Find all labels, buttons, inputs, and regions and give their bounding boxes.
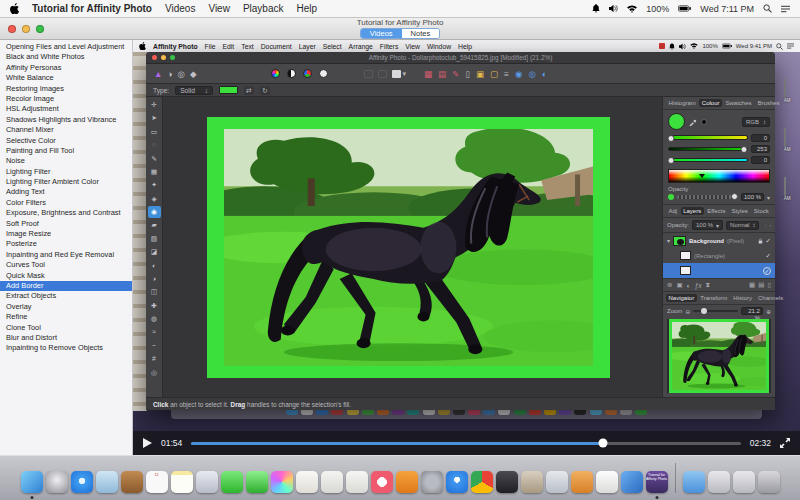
sidebar-chapter-item[interactable]: Extract Objects xyxy=(0,291,132,301)
dock-app-store[interactable] xyxy=(446,471,468,493)
marquee-tool: ▭ xyxy=(148,126,161,138)
dock-keychain[interactable] xyxy=(546,471,568,493)
seek-scrubber[interactable] xyxy=(599,439,608,448)
dock-numbers[interactable] xyxy=(321,471,343,493)
live-filter-icon: ⧗ xyxy=(705,281,710,289)
dock-calendar[interactable]: 12 xyxy=(146,471,168,493)
recorded-menu-items: FileEditTextDocumentLayerSelectArrangeFi… xyxy=(205,43,473,50)
host-menu-items: VideosViewPlaybackHelp xyxy=(165,3,317,14)
dock-notes[interactable] xyxy=(171,471,193,493)
dock-facetime[interactable] xyxy=(246,471,268,493)
recorded-menu-item: Layer xyxy=(299,43,316,50)
lock-icon xyxy=(758,238,763,244)
sidebar-chapter-item[interactable]: Curves Tool xyxy=(0,260,132,270)
sidebar-chapter-item[interactable]: Noise xyxy=(0,156,132,166)
sidebar-chapter-item[interactable]: Affinity Personas xyxy=(0,63,132,73)
dock-system-preferences[interactable] xyxy=(421,471,443,493)
sidebar-chapter-item[interactable]: Image Resize xyxy=(0,229,132,239)
host-menu-item[interactable]: Playback xyxy=(243,3,284,14)
host-app-menu[interactable]: Tutorial for Affinity Photo xyxy=(32,3,152,14)
sidebar-chapter-item[interactable]: Soft Proof xyxy=(0,219,132,229)
dock-photo-booth[interactable] xyxy=(521,471,543,493)
dock-photos[interactable] xyxy=(271,471,293,493)
sidebar-chapter-item[interactable]: Quick Mask xyxy=(0,271,132,281)
sidebar-chapter-item[interactable]: Posterize xyxy=(0,239,132,249)
zoom-button[interactable] xyxy=(36,25,44,33)
dock-safari[interactable] xyxy=(71,471,93,493)
dock-messages[interactable] xyxy=(221,471,243,493)
minimize-button[interactable] xyxy=(22,25,30,33)
host-menu-item[interactable]: View xyxy=(208,3,230,14)
sidebar-chapter-item[interactable]: Color Filters xyxy=(0,198,132,208)
fx-layer-icon: ƒx xyxy=(695,282,702,289)
dock-tutorial-affinity[interactable]: Tutorial for Affinity Photo xyxy=(646,471,668,493)
sidebar-chapter-item[interactable]: Inpainting and Red Eye Removal xyxy=(0,250,132,260)
dock-chrome[interactable] xyxy=(471,471,493,493)
menu-clock[interactable]: Wed 7:11 PM xyxy=(700,4,754,14)
apple-menu-icon[interactable] xyxy=(10,3,19,14)
dock-installer[interactable] xyxy=(571,471,593,493)
horse-photo xyxy=(224,129,593,366)
close-button[interactable] xyxy=(8,25,16,33)
sidebar-chapter-item[interactable]: HSL Adjustment xyxy=(0,104,132,114)
notification-center-icon[interactable] xyxy=(781,5,790,13)
dock-ibooks[interactable] xyxy=(396,471,418,493)
sidebar-chapter-item[interactable]: Shadows Highlights and Vibrance xyxy=(0,115,132,125)
bell-icon[interactable] xyxy=(592,4,600,13)
dock-minimized-window-1[interactable] xyxy=(708,471,730,493)
dock-xcode[interactable] xyxy=(621,471,643,493)
video-viewport[interactable]: AM AM AM Affinity Photo FileEditTextDocu… xyxy=(133,40,800,455)
recorded-volume-icon xyxy=(679,43,686,50)
battery-icon[interactable] xyxy=(678,5,691,12)
sidebar-chapter-item[interactable]: White Balance xyxy=(0,73,132,83)
wifi-icon[interactable] xyxy=(627,5,637,13)
host-menu-item[interactable]: Help xyxy=(296,3,317,14)
dock-textedit[interactable] xyxy=(596,471,618,493)
sidebar-chapter-item[interactable]: Channel Mixer xyxy=(0,125,132,135)
play-button[interactable] xyxy=(143,438,152,448)
sidebar-chapter-item[interactable]: Restoring Images xyxy=(0,84,132,94)
sidebar-chapter-item[interactable]: Clone Tool xyxy=(0,323,132,333)
dock-launchpad[interactable] xyxy=(46,471,68,493)
sidebar-chapter-item[interactable]: Lighting Filter Ambient Color xyxy=(0,177,132,187)
dock-apps: 12Tutorial for Affinity Photo xyxy=(21,471,668,493)
sidebar-chapter-item[interactable]: Exposure, Brightness and Contrast xyxy=(0,208,132,218)
flood-select-tool: ✦ xyxy=(148,179,161,191)
sidebar-chapter-item[interactable]: Painting and Fill Tool xyxy=(0,146,132,156)
volume-icon[interactable] xyxy=(609,4,618,13)
sidebar-chapter-item[interactable]: Refine xyxy=(0,312,132,322)
sidebar-chapter-item[interactable]: Lighting Filter xyxy=(0,167,132,177)
total-time: 02:32 xyxy=(750,438,771,448)
dock-itunes[interactable] xyxy=(371,471,393,493)
spotlight-icon[interactable] xyxy=(763,4,772,13)
sidebar-chapter-item[interactable]: Overlay xyxy=(0,302,132,312)
dock-utility[interactable] xyxy=(196,471,218,493)
dock-finder[interactable] xyxy=(21,471,43,493)
reverse-gradient-icon: ⇄ xyxy=(244,86,254,95)
tab-videos[interactable]: Videos xyxy=(361,29,402,38)
host-menu-item[interactable]: Videos xyxy=(165,3,195,14)
fullscreen-icon[interactable] xyxy=(780,438,790,448)
battery-percent[interactable]: 100% xyxy=(646,4,669,14)
tab-notes[interactable]: Notes xyxy=(402,29,440,38)
dock-pages[interactable] xyxy=(296,471,318,493)
dock-contacts[interactable] xyxy=(121,471,143,493)
sidebar-chapter-item[interactable]: Black and White Photos xyxy=(0,52,132,62)
sidebar-chapter-item[interactable]: Adding Text xyxy=(0,187,132,197)
sidebar-chapter-item[interactable]: Selective Color xyxy=(0,136,132,146)
dock-downloads-folder[interactable] xyxy=(683,471,705,493)
dock-keynote[interactable] xyxy=(346,471,368,493)
dock-preview[interactable] xyxy=(96,471,118,493)
affinity-titlebar: Affinity Photo - Dollarphotoclub_5941582… xyxy=(146,52,775,64)
screen: Tutorial for Affinity Photo VideosViewPl… xyxy=(0,0,800,500)
divide-boolean-icon: ◐ xyxy=(542,69,547,79)
dock-minimized-window-2[interactable] xyxy=(733,471,755,493)
dock-terminal[interactable] xyxy=(496,471,518,493)
sidebar-chapter-item[interactable]: Add Border xyxy=(0,281,132,291)
sidebar-chapter-item[interactable]: Opening Files and Level Adjustment xyxy=(0,42,132,52)
sidebar-chapter-item[interactable]: Blur and Distort xyxy=(0,333,132,343)
dock-trash[interactable] xyxy=(758,471,780,493)
sidebar-chapter-item[interactable]: Inpainting to Remove Objects xyxy=(0,343,132,353)
seek-bar[interactable] xyxy=(191,442,740,445)
sidebar-chapter-item[interactable]: Recolor Image xyxy=(0,94,132,104)
